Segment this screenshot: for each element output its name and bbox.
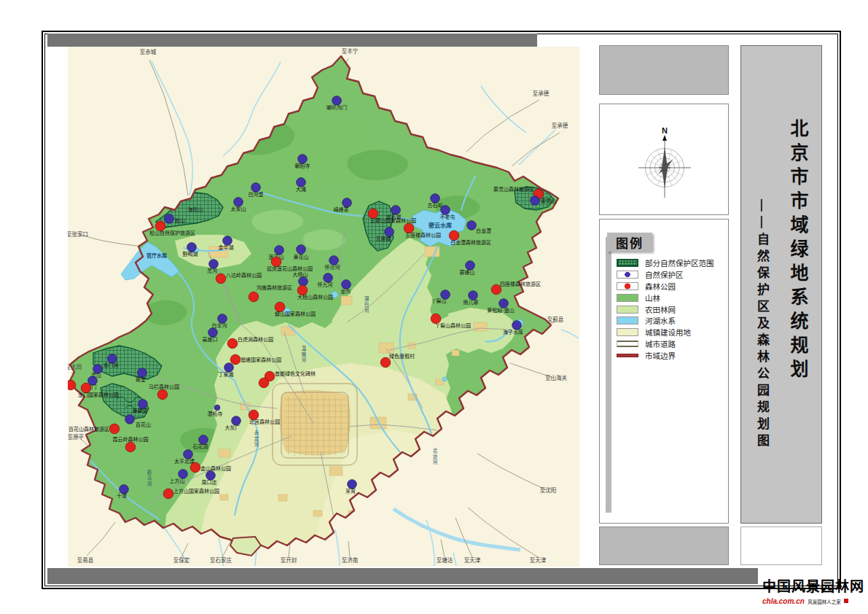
map-edge-label: 至赤城 — [140, 49, 157, 55]
legend-item: 自然保护区 — [617, 269, 724, 281]
map-point-label: 蟒山国家森林公园 — [275, 311, 316, 317]
map-point-label: 松山自然保护旅游区 — [149, 230, 195, 236]
legend-item: 河湖水系 — [617, 315, 724, 327]
forest-park-dot — [259, 378, 269, 388]
forest-park-dot — [190, 462, 200, 473]
map-point-label: 熊儿寨 — [464, 299, 479, 306]
river-label: 潮白河 — [364, 295, 370, 313]
forest-park-dot — [249, 410, 259, 420]
map-point-label: 潭柘寺 — [208, 411, 223, 417]
compass-box: N — [599, 104, 729, 215]
legend-item: 农田林网 — [617, 303, 724, 315]
forest-park-dot — [271, 257, 281, 267]
map-point-label: 怀九河 — [318, 281, 333, 288]
nature-reserve-dot — [234, 198, 243, 207]
forest-park-dot — [275, 302, 285, 312]
legend-item: 部分自然保护区范围 — [617, 257, 724, 269]
nature-reserve-dot — [165, 214, 174, 224]
header-block — [599, 45, 729, 95]
watermark-seal-icon — [844, 599, 848, 603]
legend-label: 河湖水系 — [645, 315, 676, 326]
nature-reserve-dot — [179, 470, 188, 479]
legend-label: 市域边界 — [645, 350, 676, 361]
nature-reserve-dot — [187, 243, 197, 252]
map-edge-label: 至开封 — [281, 556, 297, 564]
legend-label: 山林 — [645, 292, 660, 303]
forest-park-dot — [81, 383, 91, 393]
map-point-label: 丁家滩 — [219, 371, 234, 378]
legend-swatch-boundary — [617, 354, 638, 357]
map-point-label: 首都绿色文化碑林 — [275, 370, 316, 377]
nature-reserve-dot — [209, 260, 219, 269]
map-point-label: 野鸭湖 — [183, 251, 198, 257]
map-edge-label: 至原平 — [68, 434, 85, 440]
map-point-label: 太平北建 — [174, 458, 195, 465]
nature-reserve-dot — [329, 256, 339, 265]
map-point-label: 龙门涧 — [103, 362, 119, 368]
nature-reserve-dot — [467, 221, 477, 230]
nature-reserve-dot — [214, 405, 220, 411]
nature-reserve-dot — [218, 314, 227, 324]
nature-reserve-dot — [275, 246, 284, 255]
legend-label: 城镇建设用地 — [645, 327, 691, 338]
map-point-label: 十渡 — [117, 492, 127, 499]
forest-park-dot — [380, 357, 391, 368]
map-edge-label: 至大同 — [68, 363, 82, 370]
river-label: 温榆河 — [302, 345, 307, 362]
legend-label: 农田林网 — [645, 304, 676, 315]
nature-reserve-dot — [299, 277, 308, 287]
legend-label: 城市道路 — [645, 338, 676, 349]
legend-swatch-park — [617, 282, 638, 290]
legend-item: 森林公园 — [617, 281, 724, 292]
forest-park-dot — [163, 489, 173, 499]
legend-label: 部分自然保护区范围 — [645, 257, 714, 268]
map-point-label: 采育 — [345, 488, 356, 494]
nature-reserve-dot — [298, 155, 308, 164]
map-point-label: 黄松峪·盘山 — [487, 307, 514, 314]
map-point-label: 沟崖森林旅游区 — [257, 284, 292, 291]
watermark: 中国风景园林网 chla.com.cn 风景园林人之家 — [762, 580, 868, 607]
map-point-label: 五座楼森林公园 — [405, 232, 441, 238]
map-point-label: 海子水库 — [503, 329, 523, 335]
map-point-label: 高崖口 — [203, 336, 218, 343]
map-point-label: 灵沟 — [207, 268, 217, 274]
forest-park-dot — [297, 285, 308, 295]
map-point-label: 斋堂 — [136, 376, 146, 383]
map-canvas: 潮白河温榆河北运河永定河拒马河 密云水库官厅水库海陀山 至赤城至丰宁至承德至承德… — [68, 47, 579, 567]
map-point-label: 北宫森林公园 — [249, 419, 280, 425]
legend-item: 山林 — [617, 292, 724, 303]
map-point-label: 周口店 — [202, 479, 217, 486]
nature-reserve-dot — [531, 196, 540, 206]
map-area-label: 密云水库 — [428, 222, 452, 229]
map-edge-label: 至天津 — [530, 557, 547, 564]
map-edge-label: 至石家庄 — [210, 556, 232, 564]
nature-reserve-dot — [138, 368, 147, 378]
map-point-label: 大滩 — [296, 186, 306, 193]
legend-swatch-urban — [617, 328, 638, 336]
map-frame-bar-bottom — [47, 568, 758, 584]
map-point-label: 五座楼 — [376, 236, 391, 242]
footer-block — [599, 526, 729, 565]
map-point-label: 白龙潭森林旅游区 — [450, 239, 491, 246]
watermark-url: chla.com.cn — [762, 597, 805, 605]
nature-reserve-dot — [324, 273, 333, 283]
watermark-note: 风景园林人之家 — [808, 599, 841, 605]
map-point-label: 八达岭森林公园 — [226, 272, 262, 279]
compass-rose: N — [600, 104, 728, 214]
map-point-label: 四座楼森林旅游区 — [500, 281, 541, 287]
legend-swatch-farmland — [617, 306, 638, 314]
map-edge-label: 至天津 — [464, 557, 481, 564]
map-point-label: 马栏森林公园 — [149, 384, 179, 390]
map-point-label: 黄花山 — [294, 254, 309, 260]
forest-park-dot — [157, 389, 168, 400]
legend-swatch-mountain — [617, 294, 638, 302]
map-point-label: 上方山国家森林公园 — [173, 488, 219, 494]
map-point-label: 雾灵山森林旅游区 — [493, 186, 534, 193]
map-point-label: 大杨山森林公园 — [297, 294, 333, 300]
nature-reserve-dot — [224, 363, 234, 373]
title-strip-bottom-box — [740, 526, 822, 565]
map-point-label: 金山森林公园 — [200, 465, 231, 472]
forest-park-dot — [155, 221, 165, 231]
legend-swatch-hatch — [617, 259, 638, 267]
map-point-label: 霞云岭森林公园 — [113, 436, 149, 443]
